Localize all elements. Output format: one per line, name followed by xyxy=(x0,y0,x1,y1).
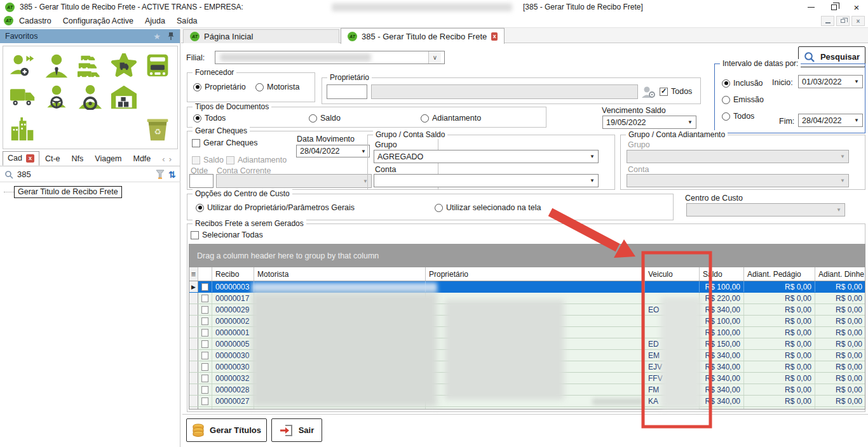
grid-group-panel[interactable]: Drag a column header here to group by th… xyxy=(189,244,865,267)
radio-tipos-saldo[interactable]: Saldo xyxy=(309,114,341,123)
radio-tipos-todos[interactable]: Todos xyxy=(193,114,226,123)
menu-ajuda[interactable]: Ajuda xyxy=(139,17,171,25)
favorite-bus-icon[interactable] xyxy=(143,52,172,80)
radio-fornecedor-motorista[interactable]: Motorista xyxy=(255,83,299,91)
cell-adiant-pedagio: R$ 0,00 xyxy=(744,350,815,361)
radio-inclusao[interactable]: Inclusão xyxy=(722,79,763,88)
radio-utilizar-proprietario[interactable]: Utilizar do Proprietário/Parâmetros Gera… xyxy=(196,203,355,212)
selecionar-todas-checkbox[interactable]: Selecionar Todas xyxy=(191,230,263,239)
radio-dot xyxy=(193,83,201,91)
cheques-adiantamento-checkbox: Adiantamento xyxy=(226,156,287,164)
maximize-button[interactable] xyxy=(822,0,845,14)
row-checkbox[interactable] xyxy=(198,281,212,292)
radio-tipos-adiantamento[interactable]: Adiantamento xyxy=(421,114,481,123)
sidebar-tab-nfs[interactable]: Nfs xyxy=(66,152,90,166)
data-movimento-combo[interactable]: 28/04/2022▼ xyxy=(296,145,370,157)
fim-date-combo[interactable]: 28/04/2022▼ xyxy=(798,114,863,127)
inicio-date-combo[interactable]: 01/03/2022▼ xyxy=(798,75,863,88)
row-checkbox[interactable] xyxy=(198,396,212,406)
vencimento-saldo-combo[interactable]: 19/05/2022▼ xyxy=(602,116,696,129)
radio-label: Emissão xyxy=(733,95,764,104)
row-checkbox[interactable] xyxy=(198,316,212,326)
mdi-minimize-button[interactable] xyxy=(821,16,834,26)
column-header-adiant-dinheiro[interactable]: Adiant. Dinhe xyxy=(815,267,865,281)
favorite-manager-icon[interactable] xyxy=(42,52,71,80)
favorite-truck-icon[interactable] xyxy=(8,83,37,111)
row-checkbox[interactable] xyxy=(198,304,212,315)
favorite-driver-icon[interactable] xyxy=(42,83,71,111)
cell-recibo: 00000027 xyxy=(212,396,254,406)
favorite-star-truck-icon[interactable] xyxy=(109,52,139,80)
favorite-driver-wheel-icon[interactable] xyxy=(76,83,105,111)
column-header-motorista[interactable]: Motorista xyxy=(254,267,426,281)
radio-todos-datas[interactable]: Todos xyxy=(722,112,754,121)
table-row[interactable] xyxy=(189,407,865,410)
menu-saida[interactable]: Saída xyxy=(171,17,203,25)
column-header-veiculo[interactable]: Veiculo xyxy=(645,267,700,281)
tab-close-icon[interactable]: x xyxy=(491,32,498,41)
tab-gerar-titulo[interactable]: AT 385 - Gerar Titulo de Recibo Frete x xyxy=(341,28,505,44)
grupo-adiantamento-conta-label: Conta xyxy=(628,165,649,174)
row-checkbox[interactable] xyxy=(198,293,212,304)
grupo-saldo-grupo-combo[interactable]: AGREGADO▼ xyxy=(374,150,599,163)
tab-pagina-inicial[interactable]: AT Página Inicial xyxy=(183,29,339,43)
row-checkbox[interactable] xyxy=(198,327,212,338)
grupo-saldo-conta-combo[interactable]: ▼ xyxy=(374,174,599,187)
cell-adiant-dinheiro: R$ 0,00 xyxy=(815,361,865,372)
row-checkbox[interactable] xyxy=(198,361,212,372)
gerar-titulos-button[interactable]: Gerar Títulos xyxy=(186,418,267,442)
radio-utilizar-selecionado[interactable]: Utilizar selecionado na tela xyxy=(435,203,541,212)
redacted-proprietario-lastrow xyxy=(592,398,643,405)
row-checkbox[interactable] xyxy=(198,407,212,410)
column-header-saldo[interactable]: Saldo xyxy=(700,267,744,281)
favorite-factory-icon[interactable] xyxy=(8,115,37,143)
row-checkbox[interactable] xyxy=(198,350,212,361)
mdi-restore-button[interactable] xyxy=(836,16,850,26)
tree-item-gerar-titulo[interactable]: Gerar Titulo de Recibo Frete xyxy=(14,186,122,198)
menu-cadastro[interactable]: Cadastro xyxy=(13,17,57,25)
favorite-fleet-icon[interactable] xyxy=(76,52,105,80)
person-search-icon[interactable] xyxy=(641,84,657,100)
sair-button[interactable]: Sair xyxy=(271,418,322,442)
filter-icon[interactable] xyxy=(156,170,165,179)
favorites-sidebar: Favoritos ★ ♻ Cad x Ct-e Nfs Viagem M xyxy=(0,29,180,447)
row-checkbox[interactable] xyxy=(198,384,212,395)
cell-saldo: R$ 340,00 xyxy=(700,373,744,384)
row-indicator xyxy=(189,407,198,410)
sidebar-tab-cte[interactable]: Ct-e xyxy=(39,152,66,166)
favorite-warehouse-icon[interactable] xyxy=(109,83,139,111)
sidebar-tab-cad[interactable]: Cad x xyxy=(3,151,39,166)
sidebar-tab-close-icon[interactable]: x xyxy=(26,154,34,163)
sidebar-search-input[interactable] xyxy=(17,170,122,179)
row-checkbox[interactable] xyxy=(198,338,212,349)
radio-emissao[interactable]: Emissão xyxy=(722,95,764,104)
minimize-button[interactable] xyxy=(799,0,822,14)
close-button[interactable]: × xyxy=(845,0,868,14)
sidebar-tab-mdfe[interactable]: Mdfe xyxy=(127,152,156,166)
menu-configuracao-active[interactable]: Configuração Active xyxy=(57,17,139,25)
column-header-proprietario[interactable]: Proprietário xyxy=(426,267,645,281)
favorites-header[interactable]: Favoritos ★ xyxy=(0,29,180,43)
row-checkbox[interactable] xyxy=(198,373,212,384)
checkbox-box xyxy=(201,386,208,394)
sidebar-tab-cad-label: Cad xyxy=(8,154,22,163)
favorites-title: Favoritos xyxy=(5,32,37,41)
cell-adiant-pedagio: R$ 0,00 xyxy=(744,396,815,406)
proprietario-codigo-input[interactable] xyxy=(327,84,367,99)
mdi-close-button[interactable]: × xyxy=(851,16,865,26)
grupo-adiantamento-conta-combo: ▼ xyxy=(627,174,849,187)
todos-proprietario-checkbox[interactable]: Todos xyxy=(660,87,692,96)
column-header-recibo[interactable]: Recibo xyxy=(212,267,254,281)
column-header-adiant-pedagio[interactable]: Adiant. Pedágio xyxy=(744,267,815,281)
favorite-recycle-bin-icon[interactable]: ♻ xyxy=(143,115,172,143)
cheques-saldo-checkbox: Saldo xyxy=(192,156,224,164)
pin-icon[interactable] xyxy=(167,32,175,41)
sort-icon[interactable]: ⇅ xyxy=(168,170,176,180)
favorite-person-add-icon[interactable] xyxy=(8,52,37,80)
sidebar-tab-viagem[interactable]: Viagem xyxy=(89,152,127,166)
radio-fornecedor-proprietario[interactable]: Proprietário xyxy=(193,83,246,91)
radio-label: Inclusão xyxy=(733,79,763,88)
filial-combo-arrow-icon[interactable]: ∨ xyxy=(428,51,441,63)
gerar-cheques-checkbox[interactable]: Gerar Cheques xyxy=(192,138,257,147)
sidebar-tab-scroll-arrows[interactable]: ‹› xyxy=(162,154,180,166)
